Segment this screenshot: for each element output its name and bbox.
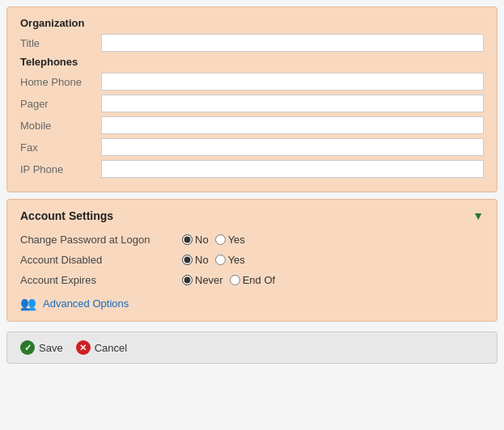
title-row: Title bbox=[20, 34, 484, 52]
account-disabled-no-option[interactable]: No bbox=[182, 254, 209, 266]
account-expires-endof-label: End Of bbox=[243, 274, 275, 286]
pager-label: Pager bbox=[20, 98, 101, 110]
ip-phone-input[interactable] bbox=[101, 160, 484, 178]
save-icon: ✓ bbox=[20, 340, 35, 355]
pager-input[interactable] bbox=[101, 95, 484, 112]
change-password-no-radio[interactable] bbox=[182, 234, 193, 245]
telephones-title: Telephones bbox=[20, 56, 484, 68]
fax-row: Fax bbox=[20, 138, 484, 156]
fax-label: Fax bbox=[20, 141, 101, 154]
home-phone-input[interactable] bbox=[101, 73, 484, 91]
account-disabled-label: Account Disabled bbox=[20, 254, 182, 266]
save-label: Save bbox=[39, 342, 63, 354]
chevron-down-icon[interactable]: ▼ bbox=[472, 209, 484, 222]
account-settings-card: Account Settings ▼ Change Password at Lo… bbox=[6, 199, 498, 322]
mobile-row: Mobile bbox=[20, 116, 484, 134]
organization-title: Organization bbox=[20, 17, 484, 29]
account-expires-row: Account Expires Never End Of bbox=[20, 274, 484, 286]
change-password-yes-radio[interactable] bbox=[215, 234, 226, 245]
home-phone-row: Home Phone bbox=[20, 73, 484, 91]
fax-input[interactable] bbox=[101, 138, 484, 156]
advanced-options-link[interactable]: Advanced Options bbox=[43, 297, 129, 310]
cancel-button[interactable]: ✕ Cancel bbox=[76, 340, 127, 355]
change-password-no-label: No bbox=[195, 234, 209, 246]
change-password-label: Change Password at Logon bbox=[20, 234, 182, 246]
cancel-icon: ✕ bbox=[76, 340, 91, 355]
account-expires-never-radio[interactable] bbox=[182, 275, 193, 285]
ip-phone-label: IP Phone bbox=[20, 163, 101, 175]
organization-telephones-card: Organization Title Telephones Home Phone… bbox=[6, 6, 498, 192]
account-disabled-radio-group: No Yes bbox=[182, 254, 245, 266]
account-settings-title: Account Settings bbox=[20, 209, 113, 222]
account-disabled-row: Account Disabled No Yes bbox=[20, 254, 484, 266]
page-wrapper: Organization Title Telephones Home Phone… bbox=[0, 0, 504, 370]
account-expires-radio-group: Never End Of bbox=[182, 274, 275, 286]
account-expires-never-option[interactable]: Never bbox=[182, 274, 223, 286]
account-disabled-no-radio[interactable] bbox=[182, 255, 193, 265]
save-button[interactable]: ✓ Save bbox=[20, 340, 63, 355]
pager-row: Pager bbox=[20, 95, 484, 112]
footer-bar: ✓ Save ✕ Cancel bbox=[6, 331, 498, 364]
account-disabled-yes-label: Yes bbox=[228, 254, 245, 266]
account-disabled-no-label: No bbox=[195, 254, 209, 266]
change-password-row: Change Password at Logon No Yes bbox=[20, 234, 484, 246]
title-input[interactable] bbox=[101, 34, 484, 52]
change-password-yes-label: Yes bbox=[228, 234, 245, 246]
mobile-label: Mobile bbox=[20, 120, 101, 132]
home-phone-label: Home Phone bbox=[20, 76, 101, 88]
account-expires-endof-option[interactable]: End Of bbox=[230, 274, 275, 286]
change-password-radio-group: No Yes bbox=[182, 234, 245, 246]
account-disabled-yes-option[interactable]: Yes bbox=[215, 254, 245, 266]
account-expires-never-label: Never bbox=[195, 274, 223, 286]
account-disabled-yes-radio[interactable] bbox=[215, 255, 226, 265]
change-password-no-option[interactable]: No bbox=[182, 234, 209, 246]
account-expires-endof-radio[interactable] bbox=[230, 275, 240, 285]
account-settings-header: Account Settings ▼ bbox=[20, 209, 484, 222]
cancel-label: Cancel bbox=[95, 342, 127, 354]
account-expires-label: Account Expires bbox=[20, 274, 182, 286]
advanced-options-row: 👥 Advanced Options bbox=[20, 296, 484, 311]
mobile-input[interactable] bbox=[101, 116, 484, 134]
advanced-options-icon: 👥 bbox=[20, 296, 36, 311]
ip-phone-row: IP Phone bbox=[20, 160, 484, 178]
title-label: Title bbox=[20, 37, 101, 49]
change-password-yes-option[interactable]: Yes bbox=[215, 234, 245, 246]
